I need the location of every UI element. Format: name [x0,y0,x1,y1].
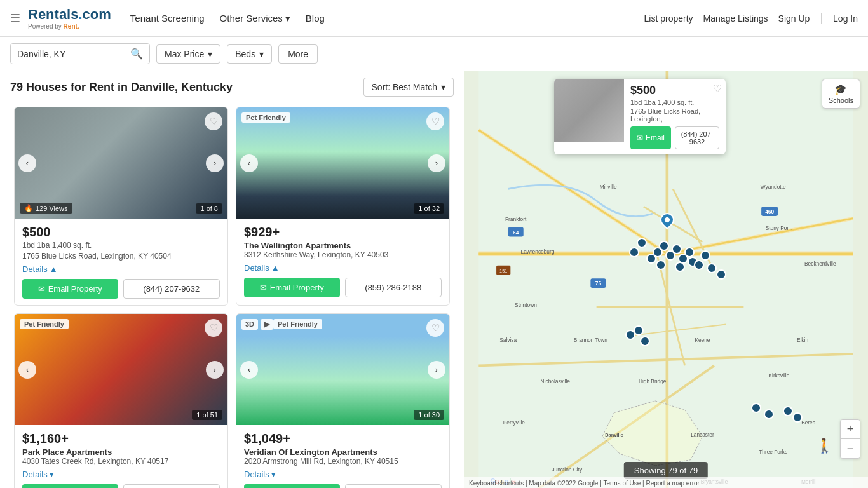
email-icon: ✉ [260,283,267,292]
chevron-down-icon: ▾ [259,49,264,59]
map-pin[interactable] [792,412,803,423]
svg-text:Strintown: Strintown [515,302,537,308]
favorite-button[interactable]: ♡ [426,319,444,337]
main-container: 79 Houses for Rent in Danville, Kentucky… [0,71,868,488]
map-pin[interactable] [656,260,666,270]
phone-button[interactable]: (844) 207-9632 [123,279,220,299]
card-body: $1,160+ Park Place Apartments 4030 Tates… [15,425,227,488]
svg-text:Salvisa: Salvisa [499,337,517,343]
next-image-button[interactable]: › [428,361,445,379]
next-image-button[interactable]: › [428,154,445,172]
schools-button[interactable]: 🎓 Schools [822,79,860,109]
svg-text:Elkin: Elkin [797,337,808,343]
favorite-button[interactable]: ♡ [426,112,444,130]
sign-up-link[interactable]: Sign Up [778,13,810,24]
map-pin[interactable] [659,241,669,251]
phone-button[interactable]: (844) 207-9632 [123,484,220,488]
card-image [236,107,449,219]
pet-friendly-badge: Pet Friendly [20,319,69,329]
search-button[interactable]: 🔍 [130,48,143,60]
email-property-button[interactable]: ✉ Email Property [22,279,118,299]
logo[interactable]: Rentals.com Powered by Rent. [28,6,111,30]
svg-text:Stony Poi...: Stony Poi... [766,225,793,231]
card-price: $929+ [244,225,442,240]
email-property-button[interactable]: ✉ Email Property [244,484,340,488]
svg-text:Danville: Danville [605,432,623,438]
map-pin[interactable] [783,406,793,416]
log-in-link[interactable]: Log In [833,13,858,24]
card-details-link[interactable]: Details ▾ [244,470,442,479]
popup-favorite-button[interactable]: ♡ [713,83,722,95]
card-actions: ✉ Email Property (844) 207-9632 [22,279,220,299]
map-pin[interactable] [764,409,774,419]
svg-text:Junction City: Junction City [552,466,583,473]
nav-other-services[interactable]: Other Services ▾ [220,13,290,24]
menu-icon[interactable]: ☰ [10,11,20,25]
max-price-filter[interactable]: Max Price ▾ [156,44,220,64]
map-pin[interactable] [675,262,685,272]
next-image-button[interactable]: › [206,154,224,172]
street-view-figure[interactable]: 🚶 [816,438,833,454]
beds-filter[interactable]: Beds ▾ [227,44,272,64]
popup-email-button[interactable]: ✉ Email [630,126,671,149]
card-address: 1765 Blue Licks Road, Lexington, KY 4050… [22,252,220,261]
popup-actions: ✉ Email (844) 207-9632 [630,126,719,149]
pet-friendly-badge: Pet Friendly [241,112,290,123]
card-count: 1 of 51 [192,410,222,420]
email-property-button[interactable]: ✉ Email Property [244,278,340,297]
map-pin[interactable] [751,403,761,413]
map-attribution: Keyboard shortcuts | Map data ©2022 Goog… [464,477,868,488]
prev-image-button[interactable]: ‹ [18,361,36,379]
card-details-link[interactable]: Details ▾ [22,470,220,479]
map-pin[interactable] [637,238,647,248]
map-pin[interactable] [672,244,682,254]
prev-image-button[interactable]: ‹ [240,361,258,379]
svg-text:Berea: Berea [801,419,816,426]
nav-tenant-screening[interactable]: Tenant Screening [130,13,205,24]
phone-button[interactable]: (859) 286-2188 [345,278,442,297]
card-image [15,107,227,219]
card-count: 1 of 32 [414,203,444,214]
zoom-out-button[interactable]: − [841,439,860,458]
map-pin[interactable] [629,247,639,257]
email-property-button[interactable]: ✉ Email Property [22,484,118,488]
map-pin[interactable] [646,254,656,264]
phone-button[interactable]: (859) 286-2188 [345,484,442,488]
search-area: 🔍 Max Price ▾ Beds ▾ More [0,37,868,71]
zoom-controls: + − [840,419,860,459]
sort-button[interactable]: Sort: Best Match ▾ [363,78,454,97]
map-pin[interactable] [707,263,717,273]
badge-video: ▶ [261,319,273,330]
map-pin[interactable] [716,269,726,280]
nav-blog[interactable]: Blog [306,13,325,24]
svg-text:Frankfort: Frankfort [505,216,527,222]
prev-image-button[interactable]: ‹ [18,154,36,172]
card-details-link[interactable]: Details ▲ [244,263,442,273]
svg-text:151: 151 [499,268,507,274]
list-property-link[interactable]: List property [644,13,693,24]
prev-image-button[interactable]: ‹ [240,154,258,172]
map-pin[interactable] [684,247,695,257]
manage-listings-link[interactable]: Manage Listings [703,13,768,24]
card-address: 3312 Keithshire Way, Lexington, KY 40503 [244,250,442,259]
cards-grid: ‹ › 🔥 129 Views 1 of 8 ♡ $500 1bd 1ba 1,… [0,103,464,488]
svg-text:Becknerdville: Becknerdville [804,261,836,267]
logo-sub: Powered by Rent. [28,23,111,30]
map-pin[interactable] [640,336,650,346]
more-filters-button[interactable]: More [278,44,318,64]
card-actions: ✉ Email Property (844) 207-9632 [22,484,220,488]
zoom-in-button[interactable]: + [841,420,860,439]
next-image-button[interactable]: › [206,361,224,379]
map-pin[interactable] [700,250,710,261]
listings-header: 79 Houses for Rent in Danville, Kentucky… [0,71,464,103]
popup-phone-button[interactable]: (844) 207-9632 [675,126,719,149]
chevron-down-icon: ▾ [441,82,445,92]
card-details-link[interactable]: Details ▲ [22,264,220,274]
favorite-button[interactable]: ♡ [205,112,222,130]
favorite-button[interactable]: ♡ [205,319,222,337]
chevron-down-icon: ▾ [208,49,212,59]
map-pin[interactable] [694,260,704,270]
map-pin[interactable] [634,325,644,336]
search-input[interactable] [17,49,130,59]
map-container[interactable]: 64 75 460 151 Frankfort Lawrenceburg Mil… [464,71,868,488]
